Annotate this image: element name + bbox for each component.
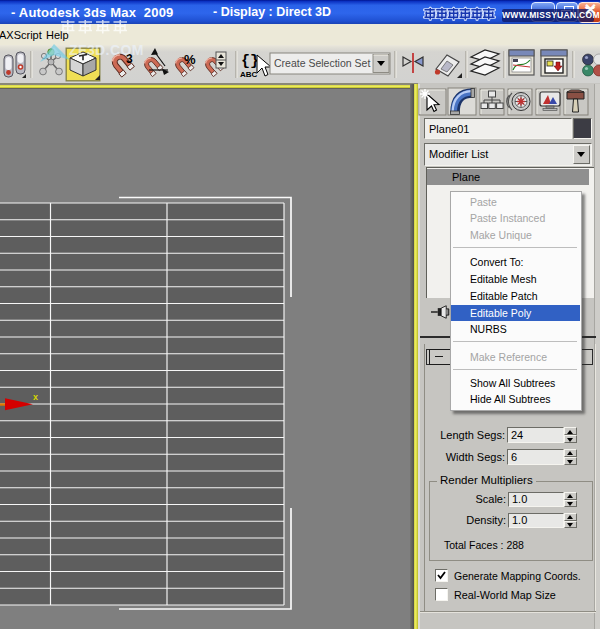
svg-text:{}: {} — [241, 53, 259, 70]
svg-text:ABC: ABC — [240, 70, 258, 79]
svg-text:%: % — [184, 52, 196, 67]
svg-text:x: x — [33, 392, 38, 402]
svg-text:Create Selection Set: Create Selection Set — [274, 57, 370, 69]
